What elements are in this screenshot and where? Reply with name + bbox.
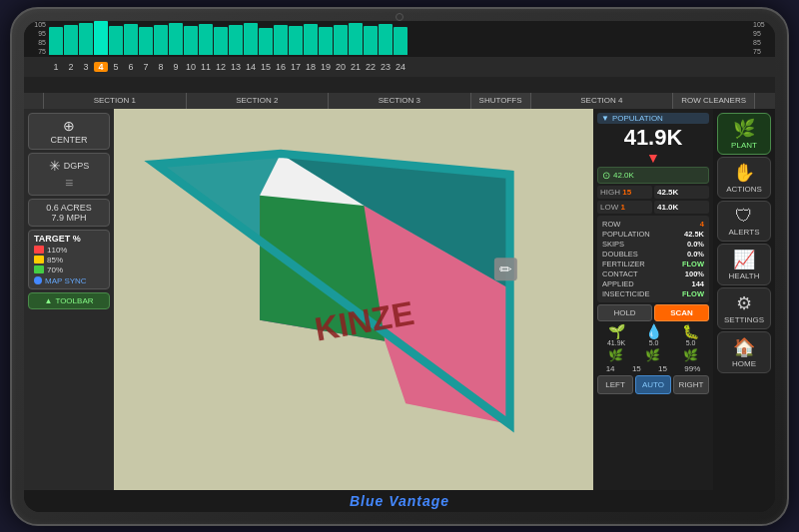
row-num-16: 16: [274, 62, 288, 72]
row-num-2: 2: [64, 62, 78, 72]
bar-7: [139, 27, 153, 55]
nav-actions[interactable]: ✋ ACTIONS: [717, 157, 771, 199]
main-content: ⊕ CENTER ✳ DGPS ≡ 0.6 ACRES 7.9 MPH TARG…: [24, 109, 775, 490]
section-labels-row: SECTION 1 SECTION 2 SECTION 3 SHUTOFFS S…: [24, 93, 775, 109]
alerts-nav-icon: 🛡: [735, 206, 753, 227]
bar-4-active: [94, 21, 108, 55]
left-nav-button[interactable]: LEFT: [597, 375, 633, 394]
settings-nav-icon: ⚙: [736, 292, 752, 314]
settings-nav-label: SETTINGS: [724, 315, 764, 324]
bar-13: [229, 25, 243, 55]
row-num-14: 14: [244, 62, 258, 72]
row-num-10: 10: [184, 62, 198, 72]
section-4-label: SECTION 4: [531, 93, 674, 109]
row-num-19: 19: [319, 62, 333, 72]
plant-icon-3: 🌿: [683, 348, 698, 362]
bottom-num-1: 14: [606, 364, 615, 373]
scale-right: 105 95 85 75: [751, 21, 771, 55]
bar-1: [49, 27, 63, 55]
target-pct-1: 110%: [47, 246, 67, 255]
auto-nav-button[interactable]: AUTO: [635, 375, 671, 394]
nav-settings[interactable]: ⚙ SETTINGS: [717, 287, 771, 329]
bar-9: [169, 23, 183, 55]
bar-22: [364, 26, 378, 55]
toolbar-button[interactable]: ▲ TOOLBAR: [28, 292, 110, 309]
plant-icons-row: 🌿 🌿 🌿: [597, 348, 709, 362]
dgps-button[interactable]: ✳ DGPS ≡: [28, 153, 110, 196]
applied-label: APPLIED: [602, 279, 634, 288]
row-num-11: 11: [199, 62, 213, 72]
target-pct-3: 70%: [47, 266, 63, 274]
health-nav-icon: 📈: [733, 249, 755, 270]
center-button[interactable]: ⊕ CENTER: [28, 113, 110, 150]
nav-health[interactable]: 📈 HEALTH: [717, 244, 771, 285]
bar-19: [319, 27, 333, 55]
nav-alerts[interactable]: 🛡 ALERTS: [717, 201, 771, 242]
row-num-23: 23: [379, 62, 393, 72]
population-arrow: ▼: [597, 151, 709, 165]
top-section: 105 95 85 75: [24, 21, 775, 93]
row-num-9: 9: [169, 62, 183, 72]
right-nav-button[interactable]: RIGHT: [673, 375, 709, 394]
map-svg: KINZE ✏: [114, 109, 593, 490]
toolbar-arrow: ▲: [44, 296, 52, 305]
nav-plant[interactable]: 🌿 PLANT: [717, 113, 771, 155]
branding-bar: Blue Vantage: [24, 490, 775, 512]
health-nav-label: HEALTH: [729, 271, 760, 280]
row-num-17: 17: [289, 62, 303, 72]
scan-button[interactable]: SCAN: [654, 304, 709, 321]
seed-icon: 🌱: [608, 323, 625, 339]
bottom-numbers-row: 14 15 15 99%: [597, 364, 709, 373]
high-item: HIGH 15: [597, 186, 652, 199]
seed-icon-val: 🌱 41.9K: [607, 323, 625, 346]
target-color-1: [34, 246, 44, 254]
tablet-device: 105 95 85 75: [10, 7, 789, 526]
bug-icon: 🐛: [682, 323, 699, 339]
target-row-2: 85%: [34, 256, 104, 265]
skips-val: 0.0%: [687, 240, 704, 249]
chevron-down-icon: ▼: [601, 114, 609, 123]
water-value: 5.0: [649, 339, 659, 346]
acres-value: 0.6 ACRES: [34, 203, 104, 213]
high-label: HIGH: [600, 188, 622, 197]
map-sync-row[interactable]: MAP SYNC: [34, 276, 104, 285]
stat-row-skips: SKIPS 0.0%: [602, 240, 704, 249]
target-row-3: 70%: [34, 266, 104, 274]
row-numbers: 1 2 3 4 5 6 7 8 9 10 11 12 13 14 15 16 1…: [24, 57, 775, 77]
bottom-navigation-buttons: LEFT AUTO RIGHT: [597, 375, 709, 394]
left-sidebar: ⊕ CENTER ✳ DGPS ≡ 0.6 ACRES 7.9 MPH TARG…: [24, 109, 114, 490]
actions-nav-label: ACTIONS: [726, 185, 762, 194]
contact-label: CONTACT: [602, 269, 638, 278]
left-nav-label: LEFT: [605, 380, 625, 389]
high-val: 42.5K: [654, 186, 709, 199]
map-area[interactable]: KINZE ✏: [114, 109, 593, 490]
skips-label: SKIPS: [602, 240, 624, 249]
map-sync-label: MAP SYNC: [45, 276, 87, 285]
stat-row-fertilizer: FERTILIZER FLOW: [602, 260, 704, 268]
row-num-6: 6: [124, 62, 138, 72]
target-row-1: 110%: [34, 246, 104, 255]
target-color-2: [34, 256, 44, 264]
dgps-label: DGPS: [64, 161, 90, 171]
row-num-12: 12: [214, 62, 228, 72]
actions-nav-icon: ✋: [733, 162, 755, 184]
bottom-num-4: 99%: [684, 364, 700, 373]
alerts-nav-label: ALERTS: [729, 228, 760, 237]
bar-chart: [49, 21, 750, 55]
nav-home[interactable]: 🏠 HOME: [717, 331, 771, 373]
applied-val: 144: [691, 279, 704, 288]
row-num-8: 8: [154, 62, 168, 72]
hold-button[interactable]: HOLD: [597, 304, 652, 321]
row-num-18: 18: [304, 62, 318, 72]
target-color-3: [34, 266, 44, 273]
svg-text:✏: ✏: [499, 261, 512, 276]
high-low-section: HIGH 15 42.5K LOW 1 41.0K: [597, 186, 709, 214]
target-line: ⊙ 42.0K: [597, 167, 709, 184]
row-num-13: 13: [229, 62, 243, 72]
section-bars: 105 95 85 75: [24, 21, 775, 57]
bottom-num-2: 15: [632, 364, 641, 373]
row-num-4-active: 4: [94, 62, 108, 72]
high-value: 42.5K: [657, 188, 678, 197]
target-value: 42.0K: [613, 171, 634, 180]
right-stats-panel: ▼ POPULATION 41.9K ▼ ⊙ 42.0K HIGH 15 42.…: [593, 109, 713, 490]
